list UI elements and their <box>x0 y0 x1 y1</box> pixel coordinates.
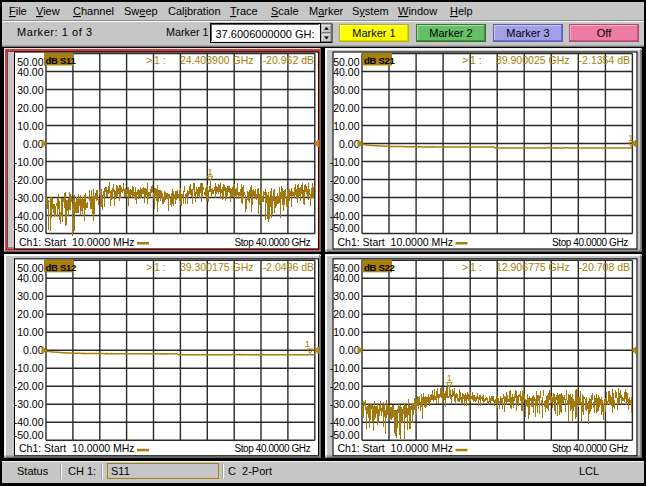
svg-text:0.00: 0.00 <box>339 344 360 356</box>
svg-text:-2.1354 dB: -2.1354 dB <box>579 54 630 66</box>
svg-text:1: 1 <box>447 373 452 383</box>
svg-text:Stop 40.0000 GHz: Stop 40.0000 GHz <box>552 237 628 248</box>
svg-text:-30.00: -30.00 <box>330 398 360 410</box>
svg-text:40.00: 40.00 <box>17 272 43 284</box>
svg-text:dB S11: dB S11 <box>46 55 77 66</box>
svg-text:1 :: 1 : <box>154 261 166 273</box>
svg-text:-40.00: -40.00 <box>330 210 360 222</box>
svg-text:40.00: 40.00 <box>17 66 43 78</box>
svg-text:Scale: Scale <box>271 5 299 17</box>
svg-text:Marker: Marker <box>309 5 344 17</box>
svg-text:>: > <box>146 261 152 273</box>
svg-text:-50.00: -50.00 <box>14 429 44 441</box>
svg-text:Window: Window <box>398 5 437 17</box>
svg-text:Ch1: Start 10.0000 MHz: Ch1: Start 10.0000 MHz <box>19 442 135 454</box>
svg-text:-30.00: -30.00 <box>330 192 360 204</box>
svg-text:>: > <box>462 261 468 273</box>
svg-text:Ch1: Start 10.0000 MHz: Ch1: Start 10.0000 MHz <box>19 236 135 248</box>
svg-text:10.00: 10.00 <box>333 120 359 132</box>
svg-text:-20.00: -20.00 <box>14 380 44 392</box>
svg-text:-50.00: -50.00 <box>14 222 44 234</box>
svg-text:dB S21: dB S21 <box>364 55 395 66</box>
svg-text:System: System <box>352 5 389 17</box>
svg-text:39.300175 GHz: 39.300175 GHz <box>180 261 254 273</box>
svg-text:20.00: 20.00 <box>333 308 359 320</box>
svg-text:Status: Status <box>17 465 49 477</box>
svg-text:10.00: 10.00 <box>333 326 359 338</box>
svg-text:File: File <box>9 5 27 17</box>
svg-text:Calibration: Calibration <box>168 5 221 17</box>
svg-text:Marker: 1 of 3: Marker: 1 of 3 <box>17 26 93 38</box>
svg-text:Help: Help <box>450 5 473 17</box>
svg-text:-10.00: -10.00 <box>14 156 44 168</box>
svg-text:24.403900 GHz: 24.403900 GHz <box>180 54 254 66</box>
svg-text:40.00: 40.00 <box>333 66 359 78</box>
svg-text:-10.00: -10.00 <box>330 362 360 374</box>
svg-text:>: > <box>146 54 152 66</box>
svg-text:-30.00: -30.00 <box>14 398 44 410</box>
svg-text:CH 1:: CH 1: <box>68 465 96 477</box>
svg-text:-20.00: -20.00 <box>330 174 360 186</box>
svg-text:-40.00: -40.00 <box>14 416 44 428</box>
svg-text:Sweep: Sweep <box>124 5 158 17</box>
svg-text:Stop 40.0000 GHz: Stop 40.0000 GHz <box>552 443 628 454</box>
svg-text:30.00: 30.00 <box>333 84 359 96</box>
svg-text:10.00: 10.00 <box>17 120 43 132</box>
svg-text:Ch1: Start 10.0000 MHz: Ch1: Start 10.0000 MHz <box>338 236 454 248</box>
svg-text:-40.00: -40.00 <box>330 416 360 428</box>
svg-text:1 :: 1 : <box>470 54 482 66</box>
svg-text:Channel: Channel <box>73 5 114 17</box>
svg-text:1: 1 <box>628 133 633 143</box>
svg-text:30.00: 30.00 <box>333 290 359 302</box>
svg-text:C 2-Port: C 2-Port <box>228 465 272 477</box>
svg-text:Marker 1: Marker 1 <box>352 27 395 39</box>
svg-text:-2.0496 dB: -2.0496 dB <box>263 261 314 273</box>
svg-text:Off: Off <box>597 27 612 39</box>
svg-text:-20.00: -20.00 <box>14 174 44 186</box>
svg-text:-30.00: -30.00 <box>14 192 44 204</box>
svg-text:30.00: 30.00 <box>17 84 43 96</box>
svg-text:0.00: 0.00 <box>23 344 44 356</box>
svg-text:Marker 2: Marker 2 <box>429 27 472 39</box>
svg-text:LCL: LCL <box>579 465 599 477</box>
svg-text:20.00: 20.00 <box>333 102 359 114</box>
svg-text:40.00: 40.00 <box>333 272 359 284</box>
svg-text:1 :: 1 : <box>154 54 166 66</box>
svg-text:-40.00: -40.00 <box>14 210 44 222</box>
svg-text:30.00: 30.00 <box>17 290 43 302</box>
svg-text:dB S12: dB S12 <box>46 262 76 273</box>
svg-text:0.00: 0.00 <box>339 138 360 150</box>
svg-text:Stop 40.0000 GHz: Stop 40.0000 GHz <box>234 237 310 248</box>
svg-text:37.6006000000 GH:: 37.6006000000 GH: <box>216 28 315 40</box>
svg-text:0.00: 0.00 <box>23 138 44 150</box>
svg-text:12.906775 GHz: 12.906775 GHz <box>496 261 570 273</box>
svg-text:Ch1: Start 10.0000 MHz: Ch1: Start 10.0000 MHz <box>338 442 454 454</box>
svg-text:Trace: Trace <box>230 5 258 17</box>
svg-text:View: View <box>36 5 60 17</box>
svg-text:-10.00: -10.00 <box>14 362 44 374</box>
svg-text:-20.00: -20.00 <box>330 380 360 392</box>
svg-text:-20.962 dB: -20.962 dB <box>263 54 314 66</box>
svg-text:Marker 1: Marker 1 <box>166 26 209 38</box>
svg-text:1: 1 <box>208 167 213 177</box>
svg-text:10.00: 10.00 <box>17 326 43 338</box>
svg-text:>: > <box>462 54 468 66</box>
svg-text:-50.00: -50.00 <box>330 222 360 234</box>
svg-text:dB S22: dB S22 <box>364 262 394 273</box>
svg-text:-20.708 dB: -20.708 dB <box>579 261 630 273</box>
svg-text:1 :: 1 : <box>470 261 482 273</box>
svg-text:20.00: 20.00 <box>17 308 43 320</box>
svg-text:Stop 40.0000 GHz: Stop 40.0000 GHz <box>234 443 310 454</box>
svg-text:-50.00: -50.00 <box>330 429 360 441</box>
svg-text:39.900025 GHz: 39.900025 GHz <box>496 54 570 66</box>
svg-text:Marker 3: Marker 3 <box>506 27 549 39</box>
svg-text:-10.00: -10.00 <box>330 156 360 168</box>
svg-text:1: 1 <box>305 339 310 349</box>
svg-text:S11: S11 <box>111 465 130 477</box>
svg-text:20.00: 20.00 <box>17 102 43 114</box>
